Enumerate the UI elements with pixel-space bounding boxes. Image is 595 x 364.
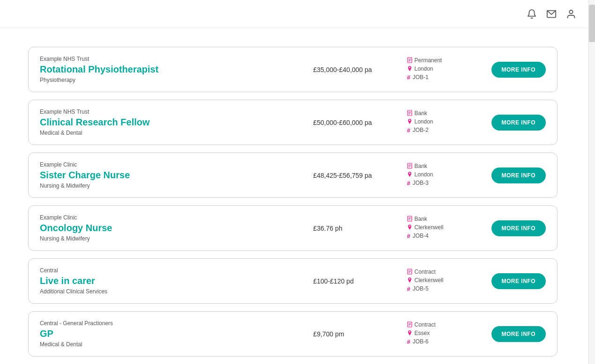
doc-icon — [407, 163, 412, 170]
job-location-text: London — [415, 66, 433, 72]
location-icon — [407, 277, 412, 284]
header — [0, 0, 595, 28]
job-category: Additional Clinical Services — [40, 288, 304, 295]
job-meta: Contract Essex # JOB-6 — [407, 321, 482, 347]
job-salary: £48,425-£56,759 pa — [313, 172, 398, 179]
job-info: Example NHS Trust Clinical Research Fell… — [40, 109, 304, 136]
svg-point-1 — [569, 10, 573, 13]
job-salary: £100-£120 pd — [313, 277, 398, 285]
job-meta: Bank Clerkenwell # JOB-4 — [407, 216, 482, 241]
job-meta: Bank London # JOB-2 — [407, 110, 482, 135]
job-org: Example NHS Trust — [40, 109, 304, 115]
job-category: Nursing & Midwifery — [40, 235, 304, 242]
location-icon — [407, 171, 412, 178]
job-info: Central - General Practioners GP Medical… — [40, 320, 304, 348]
job-salary: £36.76 ph — [313, 225, 398, 232]
job-location: Clerkenwell — [407, 224, 482, 231]
job-card: Example NHS Trust Clinical Research Fell… — [28, 100, 558, 145]
job-card: Example NHS Trust Rotational Physiothera… — [28, 47, 558, 92]
job-id: # JOB-1 — [407, 74, 482, 81]
job-location: London — [407, 66, 482, 73]
job-meta: Permanent London # JOB-1 — [407, 57, 482, 82]
job-org: Central — [40, 267, 304, 274]
main-nav — [498, 13, 513, 15]
doc-icon — [407, 269, 412, 276]
job-category: Medical & Dental — [40, 130, 304, 136]
header-icons — [527, 9, 576, 19]
hash-icon: # — [407, 74, 410, 81]
hash-icon: # — [407, 233, 410, 240]
doc-icon — [407, 57, 412, 64]
hash-icon: # — [407, 180, 410, 187]
job-salary: £9,700 pm — [313, 330, 398, 338]
hash-icon: # — [407, 285, 410, 292]
job-org: Example Clinic — [40, 214, 304, 221]
job-type-text: Contract — [415, 321, 436, 328]
doc-icon — [407, 321, 412, 328]
job-type-text: Bank — [415, 110, 427, 116]
scrollbar[interactable] — [588, 0, 595, 364]
more-info-button[interactable]: MORE INFO — [491, 220, 546, 236]
more-info-button[interactable]: MORE INFO — [491, 167, 546, 183]
more-info-button[interactable]: MORE INFO — [491, 273, 546, 289]
job-org: Example NHS Trust — [40, 56, 304, 62]
more-info-button[interactable]: MORE INFO — [491, 115, 546, 131]
job-type-text: Bank — [415, 163, 427, 169]
job-info: Example Clinic Oncology Nurse Nursing & … — [40, 214, 304, 242]
job-type-text: Contract — [415, 269, 436, 275]
job-location-text: Clerkenwell — [415, 277, 444, 284]
doc-icon — [407, 216, 412, 223]
hash-icon: # — [407, 127, 410, 134]
job-location: Essex — [407, 330, 482, 337]
job-location: London — [407, 118, 482, 125]
job-info: Example Clinic Sister Charge Nurse Nursi… — [40, 161, 304, 189]
job-id: # JOB-3 — [407, 180, 482, 187]
job-type: Bank — [407, 110, 482, 117]
job-type-text: Bank — [415, 216, 427, 222]
more-info-button[interactable]: MORE INFO — [491, 62, 546, 78]
job-title: Clinical Research Fellow — [40, 117, 304, 128]
job-org: Central - General Practioners — [40, 320, 304, 327]
job-location-text: Essex — [415, 330, 430, 336]
job-card: Example Clinic Sister Charge Nurse Nursi… — [28, 153, 558, 198]
job-title: Rotational Physiotherapist — [40, 64, 304, 75]
job-id: # JOB-5 — [407, 285, 482, 292]
job-type: Permanent — [407, 57, 482, 64]
job-salary: £35,000-£40,000 pa — [313, 66, 398, 73]
job-id: # JOB-4 — [407, 233, 482, 240]
job-id-text: JOB-2 — [413, 127, 429, 133]
job-type: Contract — [407, 269, 482, 276]
bell-icon[interactable] — [527, 9, 537, 19]
job-id-text: JOB-1 — [413, 74, 429, 80]
job-salary: £50,000-£60,000 pa — [313, 119, 398, 126]
job-card: Central Live in carer Additional Clinica… — [28, 258, 558, 304]
job-location-text: Clerkenwell — [415, 224, 444, 231]
job-category: Medical & Dental — [40, 341, 304, 348]
user-icon[interactable] — [566, 9, 576, 19]
job-title: Live in carer — [40, 276, 304, 286]
job-id-text: JOB-3 — [413, 180, 429, 186]
job-card: Central - General Practioners GP Medical… — [28, 311, 558, 357]
job-type: Bank — [407, 216, 482, 223]
job-id: # JOB-2 — [407, 127, 482, 134]
job-card: Example Clinic Oncology Nurse Nursing & … — [28, 205, 558, 251]
hash-icon: # — [407, 338, 410, 345]
job-location: London — [407, 171, 482, 178]
job-title: Oncology Nurse — [40, 223, 304, 233]
job-title: Sister Charge Nurse — [40, 170, 304, 181]
job-org: Example Clinic — [40, 161, 304, 168]
job-type: Bank — [407, 163, 482, 170]
job-location-text: London — [415, 171, 433, 178]
location-icon — [407, 224, 412, 231]
more-info-button[interactable]: MORE INFO — [491, 326, 546, 342]
job-location: Clerkenwell — [407, 277, 482, 284]
doc-icon — [407, 110, 412, 117]
job-id-text: JOB-6 — [413, 338, 429, 345]
location-icon — [407, 330, 412, 337]
location-icon — [407, 66, 412, 73]
job-info: Example NHS Trust Rotational Physiothera… — [40, 56, 304, 83]
job-category: Nursing & Midwifery — [40, 182, 304, 189]
location-icon — [407, 118, 412, 125]
scrollbar-thumb[interactable] — [589, 5, 595, 42]
mail-icon[interactable] — [546, 9, 557, 19]
